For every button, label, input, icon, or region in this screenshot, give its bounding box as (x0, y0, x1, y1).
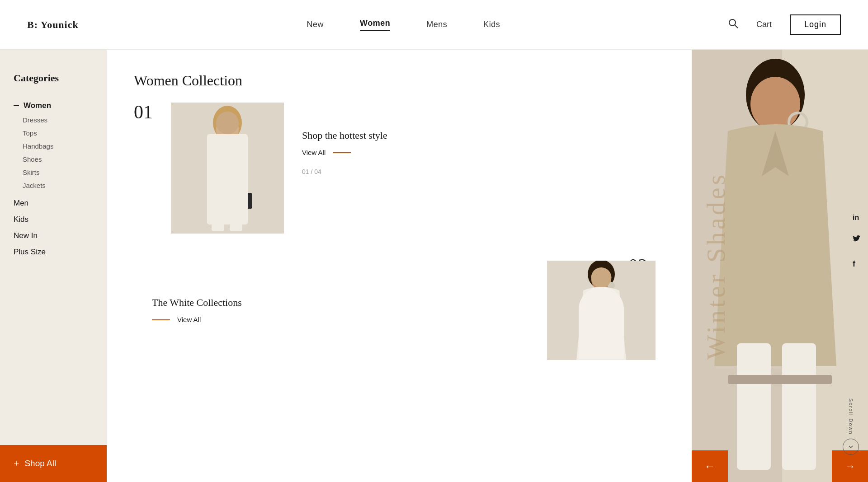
collection-title: Women Collection (134, 72, 665, 89)
main-nav: New Women Mens Kids (307, 19, 500, 31)
shop-all-label: Shop All (24, 459, 56, 468)
item-01-tagline: Shop the hottest style (302, 130, 387, 141)
svg-rect-8 (239, 193, 252, 209)
plus-icon: + (14, 458, 19, 469)
header-right: Cart Login (728, 14, 841, 35)
collection-item-01: 01 Sh (134, 103, 665, 234)
sidebar-title: Categories (14, 72, 93, 84)
item-02-view-all[interactable]: View All (152, 316, 242, 323)
model-image-02 (547, 261, 656, 360)
item-01-view-all[interactable]: View All (302, 149, 387, 156)
item-number-01: 01 (134, 103, 153, 122)
search-icon[interactable] (728, 19, 738, 31)
sidebar-subitem-shoes[interactable]: Shoes (23, 153, 93, 165)
svg-rect-5 (207, 142, 248, 201)
svg-line-1 (735, 25, 738, 28)
social-sidebar: in f (845, 205, 868, 278)
svg-rect-7 (230, 200, 242, 231)
svg-point-4 (216, 117, 239, 142)
sidebar-item-new-in[interactable]: New In (14, 228, 93, 244)
svg-rect-2 (171, 103, 284, 234)
sidebar-subitem-jackets[interactable]: Jackets (23, 179, 93, 192)
sidebar-subitem-skirts[interactable]: Skirts (23, 166, 93, 178)
sidebar-subitem-tops[interactable]: Tops (23, 127, 93, 139)
scroll-label: Scroll Down (848, 398, 854, 435)
sidebar-item-women[interactable]: Women (14, 98, 93, 114)
active-dash (14, 105, 19, 106)
shop-all-button[interactable]: + Shop All (0, 445, 107, 482)
sidebar-subitems-women: Dresses Tops Handbags Shoes Skirts Jacke… (14, 114, 93, 192)
nav-item-kids[interactable]: Kids (483, 20, 500, 29)
linkedin-icon[interactable]: in (853, 214, 861, 222)
scroll-circle[interactable] (843, 439, 859, 455)
svg-rect-9 (547, 261, 656, 360)
item-02-info: The White Collections View All (134, 261, 242, 323)
scroll-down: Scroll Down (843, 398, 859, 455)
panel-nav-bottom: ← → (692, 450, 868, 482)
nav-item-mens[interactable]: Mens (426, 20, 447, 29)
header: B: Younick New Women Mens Kids Cart Logi… (0, 0, 868, 50)
slide-counter: 01 / 04 (302, 168, 387, 175)
svg-point-0 (729, 19, 736, 26)
model-image-01 (171, 103, 284, 234)
prev-button[interactable]: ← (692, 450, 728, 482)
item-01-info: Shop the hottest style View All 01 / 04 (302, 103, 387, 175)
sidebar: Categories Women Dresses Tops Handbags S… (0, 50, 107, 482)
content-area: Women Collection 01 (107, 50, 692, 482)
right-panel: Winter Shades ← → (692, 50, 868, 482)
svg-rect-20 (728, 375, 832, 384)
collection-item-02: The White Collections View All 02 (134, 261, 665, 360)
sidebar-item-men[interactable]: Men (14, 195, 93, 211)
twitter-icon[interactable] (853, 235, 861, 246)
logo[interactable]: B: Younick (27, 19, 79, 31)
facebook-icon[interactable]: f (853, 259, 861, 269)
item-02-tagline: The White Collections (152, 297, 242, 309)
sidebar-item-plus-size[interactable]: Plus Size (14, 244, 93, 260)
svg-rect-6 (212, 200, 224, 231)
login-button[interactable]: Login (790, 14, 841, 35)
nav-item-new[interactable]: New (307, 20, 324, 29)
sidebar-subitem-handbags[interactable]: Handbags (23, 140, 93, 152)
next-button[interactable]: → (832, 450, 868, 482)
svg-point-3 (213, 106, 242, 140)
sidebar-subitem-dresses[interactable]: Dresses (23, 114, 93, 126)
view-all-line-02 (152, 319, 170, 320)
main-layout: Categories Women Dresses Tops Handbags S… (0, 50, 868, 482)
view-all-line (333, 152, 351, 153)
svg-point-16 (750, 77, 800, 131)
sidebar-item-kids[interactable]: Kids (14, 211, 93, 228)
nav-item-women[interactable]: Women (360, 19, 390, 31)
cart-link[interactable]: Cart (756, 20, 772, 29)
